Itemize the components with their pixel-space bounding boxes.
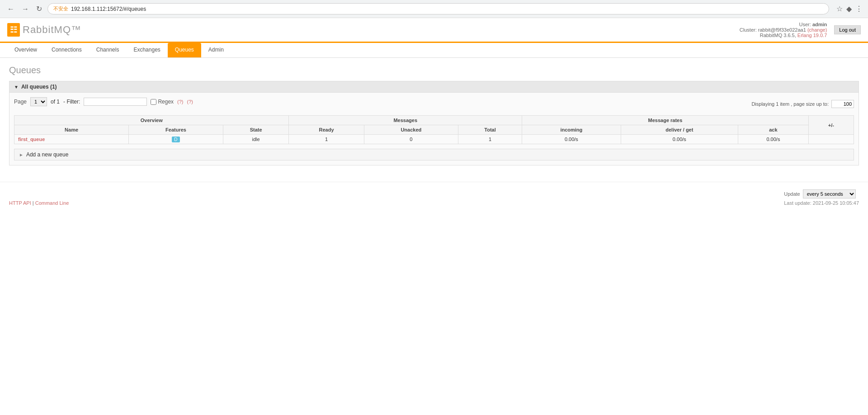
col-state: State xyxy=(223,125,289,135)
col-unacked: Unacked xyxy=(364,125,458,135)
cell-ack: 0.00/s xyxy=(738,135,809,144)
col-features: Features xyxy=(129,125,223,135)
cell-unacked: 0 xyxy=(364,135,458,144)
extensions-button[interactable]: ◆ xyxy=(846,5,852,13)
cell-total: 1 xyxy=(458,135,522,144)
filter-input[interactable] xyxy=(84,98,147,106)
expand-cols-button[interactable]: +/- xyxy=(808,116,854,135)
nav-admin[interactable]: Admin xyxy=(201,43,231,57)
cell-ready: 1 xyxy=(289,135,364,144)
reload-button[interactable]: ↻ xyxy=(34,4,44,14)
col-ready: Ready xyxy=(289,125,364,135)
forward-button[interactable]: → xyxy=(20,4,31,14)
erlang-link[interactable]: Erlang 19.0.7 xyxy=(797,33,827,38)
nav-exchanges[interactable]: Exchanges xyxy=(126,43,167,57)
page-title: Queues xyxy=(9,65,859,75)
security-warning: 不安全 xyxy=(53,5,68,12)
footer: HTTP API | Command Line Update every 5 s… xyxy=(0,182,868,213)
footer-links: HTTP API | Command Line xyxy=(9,200,69,206)
logo-text: RabbitMQ™ xyxy=(23,24,81,36)
update-label: Update xyxy=(784,191,800,197)
user-info: User: admin Cluster: rabbit@f9f33e022aa1… xyxy=(740,22,827,38)
nav-connections[interactable]: Connections xyxy=(44,43,89,57)
page-select[interactable]: 1 xyxy=(30,97,47,106)
displaying-info: Displaying 1 item , page size up to: xyxy=(751,100,854,108)
app-header: ☷ RabbitMQ™ User: admin Cluster: rabbit@… xyxy=(0,18,868,43)
nav-queues[interactable]: Queues xyxy=(168,43,201,57)
star-button[interactable]: ☆ xyxy=(836,5,843,13)
page-content: Queues ▼ All queues (1) Page 1 of 1 - Fi… xyxy=(0,58,868,173)
logout-button[interactable]: Log out xyxy=(834,25,861,34)
address-bar[interactable]: 不安全 192.168.1.112:15672/#/queues xyxy=(47,3,829,14)
cell-incoming: 0.00/s xyxy=(522,135,621,144)
col-group-messages: Messages xyxy=(289,116,522,125)
cluster-name: rabbit@f9f33e022aa1 xyxy=(758,27,806,33)
regex-hint2[interactable]: (?) xyxy=(187,99,193,104)
address-text: 192.168.1.112:15672/#/queues xyxy=(71,6,146,12)
cell-state: idle xyxy=(223,135,289,144)
add-queue-expand-icon: ► xyxy=(19,152,24,157)
col-name: Name xyxy=(14,125,129,135)
cell-expand xyxy=(808,135,854,144)
change-cluster-link[interactable]: (change) xyxy=(807,27,827,33)
update-control: Update every 5 seconds every 10 seconds … xyxy=(784,189,859,198)
menu-button[interactable]: ⋮ xyxy=(855,5,863,13)
command-line-link[interactable]: Command Line xyxy=(35,200,69,206)
regex-label: Regex xyxy=(151,99,174,105)
queue-name-link[interactable]: first_queue xyxy=(18,137,45,142)
col-group-message-rates: Message rates xyxy=(522,116,809,125)
pagination-row: Page 1 of 1 - Filter: Regex (?) (?) xyxy=(14,97,193,106)
cell-features: D xyxy=(129,135,223,144)
add-queue-label: Add a new queue xyxy=(26,151,68,158)
cell-name: first_queue xyxy=(14,135,129,144)
browser-toolbar: ☆ ◆ ⋮ xyxy=(836,5,863,13)
section-collapse-icon: ▼ xyxy=(14,85,19,90)
col-total: Total xyxy=(458,125,522,135)
page-size-input[interactable] xyxy=(831,100,854,108)
logo: ☷ RabbitMQ™ xyxy=(7,23,81,37)
last-update: Last update: 2021-09-25 10:05:47 xyxy=(784,200,859,206)
username: admin xyxy=(812,22,827,27)
regex-hint1[interactable]: (?) xyxy=(177,99,183,104)
col-incoming: incoming xyxy=(522,125,621,135)
cell-deliver-get: 0.00/s xyxy=(621,135,738,144)
nav-bar: Overview Connections Channels Exchanges … xyxy=(0,43,868,58)
filter-label: - Filter: xyxy=(63,99,80,105)
all-queues-section-header[interactable]: ▼ All queues (1) xyxy=(9,81,859,93)
back-button[interactable]: ← xyxy=(5,4,16,14)
queue-table: Overview Messages Message rates +/- Name… xyxy=(14,115,854,144)
table-row: first_queue D idle 1 0 1 0.00/s 0.00/s 0… xyxy=(14,135,854,144)
feature-badge: D xyxy=(172,137,179,142)
of-label: of 1 xyxy=(51,99,60,105)
col-ack: ack xyxy=(738,125,809,135)
logo-icon: ☷ xyxy=(7,23,20,37)
col-group-overview: Overview xyxy=(14,116,289,125)
all-queues-section-body: Page 1 of 1 - Filter: Regex (?) (?) Disp… xyxy=(9,93,859,165)
browser-chrome: ← → ↻ 不安全 192.168.1.112:15672/#/queues ☆… xyxy=(0,0,868,18)
section-label: All queues (1) xyxy=(21,84,57,90)
page-label: Page xyxy=(14,99,27,105)
regex-checkbox[interactable] xyxy=(151,99,156,105)
footer-right: Update every 5 seconds every 10 seconds … xyxy=(784,189,859,206)
add-queue-section[interactable]: ► Add a new queue xyxy=(14,149,854,160)
nav-overview[interactable]: Overview xyxy=(7,43,44,57)
http-api-link[interactable]: HTTP API xyxy=(9,200,31,206)
pagination-container: Page 1 of 1 - Filter: Regex (?) (?) Disp… xyxy=(14,97,854,111)
col-deliver-get: deliver / get xyxy=(621,125,738,135)
update-select[interactable]: every 5 seconds every 10 seconds every 3… xyxy=(803,189,856,198)
nav-channels[interactable]: Channels xyxy=(89,43,127,57)
